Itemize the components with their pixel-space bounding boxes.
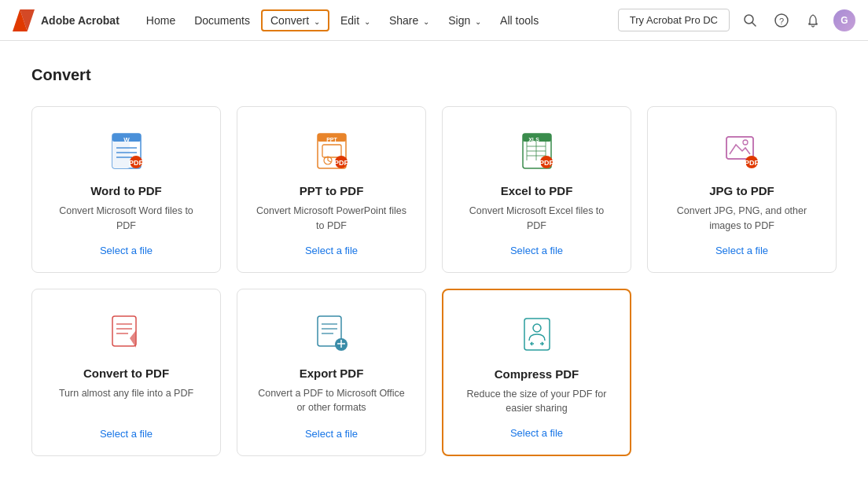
card-ppt-title: PPT to PDF xyxy=(300,184,364,197)
card-jpg-link[interactable]: Select a file xyxy=(715,245,768,256)
cards-row-1: W PDF Word to PDF Convert Microsoft Word… xyxy=(31,106,837,273)
convert-chevron-icon: ⌄ xyxy=(314,17,320,26)
card-compress-desc: Reduce the size of your PDF for easier s… xyxy=(459,387,614,417)
export-icon xyxy=(310,311,354,356)
card-jpg-title: JPG to PDF xyxy=(709,184,774,197)
svg-text:?: ? xyxy=(779,16,784,25)
card-compress-pdf[interactable]: Compress PDF Reduce the size of your PDF… xyxy=(442,289,631,457)
nav-edit[interactable]: Edit ⌄ xyxy=(333,9,378,31)
card-ppt-link[interactable]: Select a file xyxy=(305,245,358,256)
main-nav: Home Documents Convert ⌄ Edit ⌄ Share ⌄ … xyxy=(138,9,618,31)
svg-line-3 xyxy=(752,22,756,26)
nav-convert[interactable]: Convert ⌄ xyxy=(261,9,329,31)
card-ppt-desc: Convert Microsoft PowerPoint files to PD… xyxy=(253,204,410,234)
svg-text:XLS: XLS xyxy=(528,137,539,142)
card-excel-link[interactable]: Select a file xyxy=(510,245,563,256)
avatar[interactable]: G xyxy=(833,9,855,31)
header-right: Try Acrobat Pro DC ? G xyxy=(618,9,855,31)
nav-documents[interactable]: Documents xyxy=(186,9,258,31)
card-excel-desc: Convert Microsoft Excel files to PDF xyxy=(458,204,615,234)
nav-all-tools[interactable]: All tools xyxy=(492,9,546,31)
card-word-title: Word to PDF xyxy=(90,184,162,197)
app-name: Adobe Acrobat xyxy=(41,14,120,27)
compress-icon xyxy=(515,312,559,356)
card-word-link[interactable]: Select a file xyxy=(100,245,153,256)
try-acrobat-button[interactable]: Try Acrobat Pro DC xyxy=(618,9,730,31)
nav-share[interactable]: Share ⌄ xyxy=(381,9,437,31)
svg-text:PPT: PPT xyxy=(326,137,337,142)
card-convert-link[interactable]: Select a file xyxy=(100,428,153,440)
edit-chevron-icon: ⌄ xyxy=(364,17,370,26)
page-title: Convert xyxy=(31,66,837,84)
card-convert-to-pdf[interactable]: Convert to PDF Turn almost any file into… xyxy=(31,289,221,457)
card-jpg-to-pdf[interactable]: PDF JPG to PDF Convert JPG, PNG, and oth… xyxy=(647,106,837,273)
card-convert-title: Convert to PDF xyxy=(83,367,169,380)
nav-sign[interactable]: Sign ⌄ xyxy=(440,9,489,31)
card-ppt-to-pdf[interactable]: PPT PDF PPT to PDF Convert Microsoft Pow… xyxy=(237,106,426,273)
svg-text:PDF: PDF xyxy=(539,159,554,167)
main-content: Convert W PDF Word to PDF Convert Micros… xyxy=(0,41,868,490)
svg-text:PDF: PDF xyxy=(334,159,349,167)
card-export-desc: Convert a PDF to Microsoft Office or oth… xyxy=(253,386,410,418)
svg-text:PDF: PDF xyxy=(129,159,144,167)
card-export-pdf[interactable]: Export PDF Convert a PDF to Microsoft Of… xyxy=(237,289,426,457)
card-compress-title: Compress PDF xyxy=(495,367,579,381)
card-word-desc: Convert Microsoft Word files to PDF xyxy=(48,204,204,234)
card-convert-desc: Turn almost any file into a PDF xyxy=(59,386,193,418)
share-chevron-icon: ⌄ xyxy=(423,17,429,26)
card-excel-title: Excel to PDF xyxy=(501,184,573,197)
help-button[interactable]: ? xyxy=(771,9,793,31)
svg-text:PDF: PDF xyxy=(745,159,760,167)
card-word-to-pdf[interactable]: W PDF Word to PDF Convert Microsoft Word… xyxy=(31,106,221,273)
card-export-title: Export PDF xyxy=(300,367,364,380)
ppt-icon: PPT PDF xyxy=(310,129,354,173)
help-icon: ? xyxy=(774,13,789,28)
convert-icon xyxy=(105,311,149,356)
card-jpg-desc: Convert JPG, PNG, and other images to PD… xyxy=(664,204,820,234)
card-excel-to-pdf[interactable]: XLS PDF Excel to PDF Convert Microsoft E… xyxy=(442,106,631,273)
card-export-link[interactable]: Select a file xyxy=(305,428,358,440)
svg-text:W: W xyxy=(123,136,130,143)
sign-chevron-icon: ⌄ xyxy=(475,17,481,26)
adobe-logo-icon xyxy=(13,9,35,31)
notifications-button[interactable] xyxy=(802,9,824,31)
logo-area[interactable]: Adobe Acrobat xyxy=(13,9,120,31)
word-icon: W PDF xyxy=(105,129,149,173)
search-button[interactable] xyxy=(739,9,761,31)
bell-icon xyxy=(806,13,820,28)
nav-home[interactable]: Home xyxy=(138,9,183,31)
jpg-icon: PDF xyxy=(720,129,764,173)
card-compress-link[interactable]: Select a file xyxy=(510,427,563,439)
cards-row-2: Convert to PDF Turn almost any file into… xyxy=(31,289,837,457)
search-icon xyxy=(743,13,757,28)
excel-icon: XLS PDF xyxy=(515,129,559,173)
header: Adobe Acrobat Home Documents Convert ⌄ E… xyxy=(0,0,868,41)
